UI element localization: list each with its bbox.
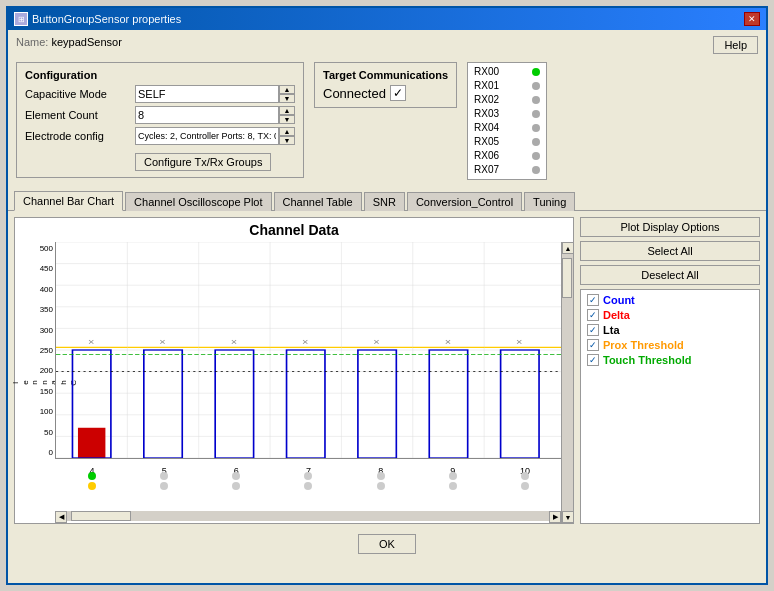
ind-dot-yellow-0 [88, 482, 96, 490]
element-count-input[interactable] [135, 106, 279, 124]
element-count-down[interactable]: ▼ [279, 115, 295, 124]
count-label: Count [603, 294, 635, 306]
tabs-row: Channel Bar Chart Channel Oscilloscope P… [8, 190, 766, 211]
tab-snr[interactable]: SNR [364, 192, 405, 211]
target-comm-section: Target Communications Connected ✓ [314, 62, 457, 108]
ind-dot-gray-5b [449, 482, 457, 490]
capacitive-mode-label: Capacitive Mode [25, 88, 135, 100]
prox-threshold-label: Prox Threshold [603, 339, 684, 351]
element-count-up[interactable]: ▲ [279, 106, 295, 115]
ind-dot-gray-2b [232, 482, 240, 490]
scroll-track-h [67, 511, 549, 521]
capacitive-mode-input[interactable] [135, 85, 279, 103]
electrode-config-down[interactable]: ▼ [279, 136, 295, 145]
window-icon: ⊞ [14, 12, 28, 26]
help-button[interactable]: Help [713, 36, 758, 54]
tab-tuning[interactable]: Tuning [524, 192, 575, 211]
svg-rect-36 [358, 350, 396, 458]
tab-channel-table[interactable]: Channel Table [274, 192, 362, 211]
electrode-config-up[interactable]: ▲ [279, 127, 295, 136]
chart-plot-area: 500 450 400 350 300 250 200 150 100 50 0 [27, 242, 561, 523]
tab-channel-bar-chart[interactable]: Channel Bar Chart [14, 191, 123, 211]
main-content: Channel Data ChannelData 500 [8, 211, 766, 526]
legend-touch-threshold: ✓ Touch Threshold [587, 354, 753, 366]
tab-channel-oscilloscope[interactable]: Channel Oscilloscope Plot [125, 192, 271, 211]
deselect-all-button[interactable]: Deselect All [580, 265, 760, 285]
svg-text:×: × [445, 337, 452, 347]
ind-dot-gray-3b [304, 482, 312, 490]
svg-text:×: × [231, 337, 238, 347]
scroll-left-button[interactable]: ◀ [55, 511, 67, 523]
window-title: ButtonGroupSensor properties [32, 13, 181, 25]
channel-ind-0 [56, 472, 128, 490]
ind-dot-gray-6b [521, 482, 529, 490]
select-all-button[interactable]: Select All [580, 241, 760, 261]
rx-item-7: RX07 [474, 163, 540, 177]
ind-dot-gray-6a [521, 472, 529, 480]
lta-checkbox[interactable]: ✓ [587, 324, 599, 336]
scroll-up-button[interactable]: ▲ [562, 242, 574, 254]
element-count-row: Element Count ▲ ▼ [25, 106, 295, 124]
capacitive-mode-down[interactable]: ▼ [279, 94, 295, 103]
legend-box: ✓ Count ✓ Delta ✓ Lta ✓ Prox Threshold ✓ [580, 289, 760, 524]
capacitive-mode-row: Capacitive Mode ▲ ▼ [25, 85, 295, 103]
footer: OK [8, 526, 766, 558]
svg-text:×: × [373, 337, 380, 347]
scroll-thumb-v[interactable] [562, 258, 572, 298]
chart-svg: × × × × × × × [56, 242, 561, 458]
tab-conversion-control[interactable]: Conversion_Control [407, 192, 522, 211]
connected-label: Connected [323, 86, 386, 101]
rx-item-0: RX00 [474, 65, 540, 79]
configure-tx-rx-button[interactable]: Configure Tx/Rx Groups [135, 153, 271, 171]
svg-rect-37 [429, 350, 467, 458]
count-checkbox[interactable]: ✓ [587, 294, 599, 306]
rx-item-6: RX06 [474, 149, 540, 163]
chart-body: ChannelData 500 450 400 350 300 [15, 242, 573, 523]
main-window: ⊞ ButtonGroupSensor properties ✕ Name: k… [6, 6, 768, 585]
scroll-thumb-h[interactable] [71, 511, 131, 521]
rx-dot-3 [532, 110, 540, 118]
name-label: Name: [16, 36, 48, 48]
legend-lta: ✓ Lta [587, 324, 753, 336]
delta-checkbox[interactable]: ✓ [587, 309, 599, 321]
channel-ind-2 [200, 472, 272, 490]
ind-dot-gray-1b [160, 482, 168, 490]
rx-dot-5 [532, 138, 540, 146]
rx-item-3: RX03 [474, 107, 540, 121]
plot-display-options-button[interactable]: Plot Display Options [580, 217, 760, 237]
scroll-down-button[interactable]: ▼ [562, 511, 574, 523]
svg-text:×: × [516, 337, 523, 347]
ind-dot-gray-1a [160, 472, 168, 480]
close-button[interactable]: ✕ [744, 12, 760, 26]
electrode-config-input[interactable] [135, 127, 279, 145]
svg-rect-35 [287, 350, 325, 458]
legend-prox-threshold: ✓ Prox Threshold [587, 339, 753, 351]
svg-chart-area: × × × × × × × [55, 242, 561, 459]
channel-ind-6 [489, 472, 561, 490]
electrode-config-label: Electrode config [25, 130, 135, 142]
touch-threshold-checkbox[interactable]: ✓ [587, 354, 599, 366]
y-axis-label-container: ChannelData [15, 242, 27, 523]
capacitive-mode-up[interactable]: ▲ [279, 85, 295, 94]
channel-ind-3 [272, 472, 344, 490]
y-ticks: 500 450 400 350 300 250 200 150 100 50 0 [27, 242, 55, 459]
svg-rect-34 [215, 350, 253, 458]
channel-ind-5 [417, 472, 489, 490]
target-comm-title: Target Communications [323, 69, 448, 81]
rx-dot-0 [532, 68, 540, 76]
rx-dot-1 [532, 82, 540, 90]
touch-threshold-label: Touch Threshold [603, 354, 691, 366]
prox-threshold-checkbox[interactable]: ✓ [587, 339, 599, 351]
rx-dot-6 [532, 152, 540, 160]
ind-dot-gray-4a [377, 472, 385, 480]
chart-inner: 500 450 400 350 300 250 200 150 100 50 0 [27, 242, 561, 459]
rx-dot-2 [532, 96, 540, 104]
ok-button[interactable]: OK [358, 534, 416, 554]
rx-dot-7 [532, 166, 540, 174]
scroll-right-button[interactable]: ▶ [549, 511, 561, 523]
svg-text:×: × [88, 337, 95, 347]
connected-checkbox[interactable]: ✓ [390, 85, 406, 101]
element-count-label: Element Count [25, 109, 135, 121]
legend-delta: ✓ Delta [587, 309, 753, 321]
channel-ind-4 [345, 472, 417, 490]
